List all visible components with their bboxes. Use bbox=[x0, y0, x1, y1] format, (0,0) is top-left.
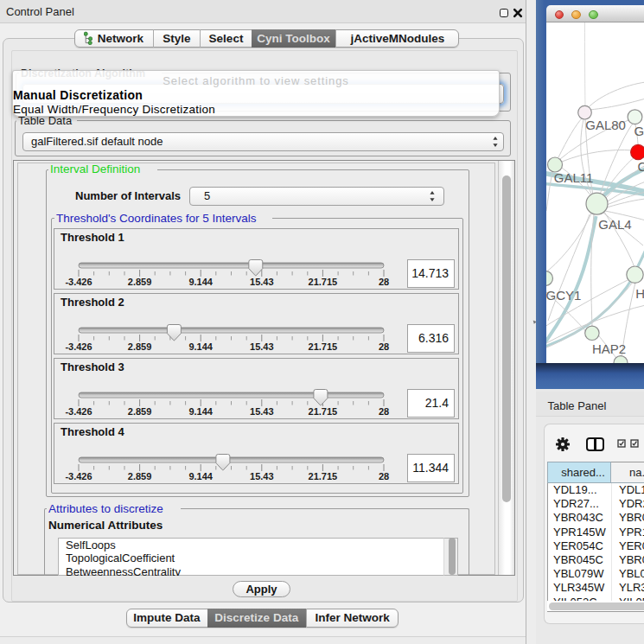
svg-text:GCY1: GCY1 bbox=[546, 288, 581, 303]
svg-text:15.43: 15.43 bbox=[250, 406, 274, 417]
svg-text:28: 28 bbox=[379, 406, 389, 417]
svg-text:GAL11: GAL11 bbox=[553, 171, 593, 186]
svg-text:9.144: 9.144 bbox=[188, 471, 213, 481]
svg-text:9.144: 9.144 bbox=[188, 277, 213, 287]
svg-text:-3.426: -3.426 bbox=[65, 277, 92, 287]
svg-text:2.859: 2.859 bbox=[128, 341, 152, 352]
svg-text:H...: H... bbox=[635, 286, 644, 301]
svg-text:28: 28 bbox=[379, 341, 389, 352]
svg-text:C...: C... bbox=[637, 160, 644, 175]
svg-text:-3.426: -3.426 bbox=[65, 471, 92, 481]
svg-text:HAP2: HAP2 bbox=[591, 341, 625, 356]
svg-text:-3.426: -3.426 bbox=[65, 406, 92, 417]
svg-text:28: 28 bbox=[379, 277, 389, 287]
svg-text:2.859: 2.859 bbox=[128, 471, 152, 481]
svg-text:15.43: 15.43 bbox=[250, 277, 274, 287]
svg-text:21.715: 21.715 bbox=[309, 471, 338, 481]
svg-text:GAL4: GAL4 bbox=[598, 217, 631, 232]
svg-text:15.43: 15.43 bbox=[250, 341, 274, 352]
svg-text:2.859: 2.859 bbox=[128, 406, 152, 417]
svg-text:15.43: 15.43 bbox=[250, 471, 274, 481]
svg-text:G...: G... bbox=[634, 124, 644, 138]
svg-text:9.144: 9.144 bbox=[188, 341, 213, 352]
svg-text:-3.426: -3.426 bbox=[65, 341, 92, 352]
svg-text:28: 28 bbox=[379, 471, 389, 481]
svg-text:21.715: 21.715 bbox=[309, 277, 338, 287]
svg-text:9.144: 9.144 bbox=[188, 406, 213, 417]
svg-text:GAL80: GAL80 bbox=[585, 118, 626, 132]
svg-text:21.715: 21.715 bbox=[309, 406, 338, 417]
svg-text:21.715: 21.715 bbox=[309, 341, 338, 352]
svg-text:2.859: 2.859 bbox=[128, 277, 152, 287]
